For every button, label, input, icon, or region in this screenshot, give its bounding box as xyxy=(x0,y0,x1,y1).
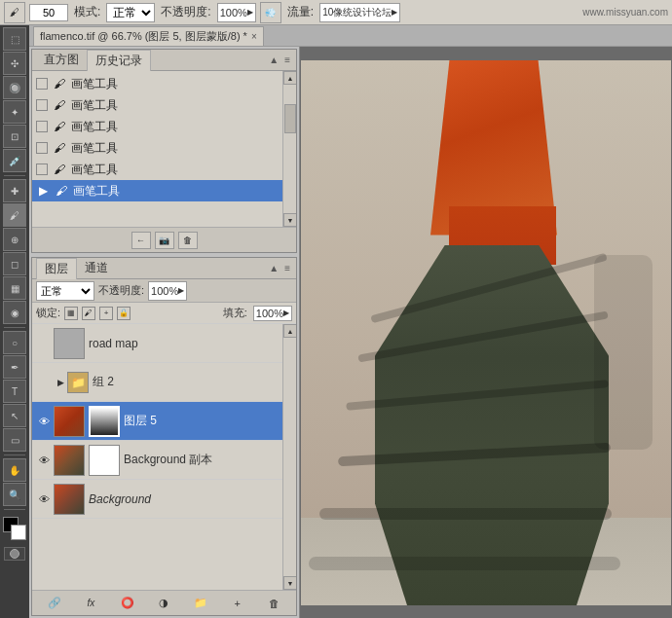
histogram-tab[interactable]: 直方图 xyxy=(36,50,87,70)
layer-expand-arrow[interactable]: ▶ xyxy=(54,376,67,389)
history-item[interactable]: 🖌 画笔工具 xyxy=(32,137,296,159)
layer-background[interactable]: 👁 Background 🔒 xyxy=(32,480,296,519)
history-item-label: 画笔工具 xyxy=(71,76,118,92)
tool-separator-2 xyxy=(4,327,25,328)
layer-link-btn[interactable]: 🔗 xyxy=(45,595,64,612)
layer-visibility-eye[interactable]: 👁 xyxy=(36,453,52,468)
clone-tool[interactable]: ⊕ xyxy=(3,228,26,251)
opacity-arrow[interactable]: ▶ xyxy=(247,8,253,17)
history-tab[interactable]: 历史记录 xyxy=(87,50,151,71)
scroll-up[interactable]: ▲ xyxy=(283,324,296,338)
text-tool[interactable]: T xyxy=(3,380,26,403)
marquee-tool[interactable]: ⬚ xyxy=(3,27,26,51)
move-tool[interactable]: ✣ xyxy=(3,52,26,75)
layer-visibility-eye[interactable]: 👁 xyxy=(36,375,52,390)
fill-value: 100% xyxy=(256,308,283,319)
shape-tool[interactable]: ▭ xyxy=(3,428,26,452)
top-toolbar: 🖌 模式: 正常 不透明度: 100% ▶ 💨 流量: 10像统设计论坛 ▶ w… xyxy=(0,0,672,25)
channels-tab[interactable]: 通道 xyxy=(77,258,116,278)
eraser-tool[interactable]: ◻ xyxy=(3,252,26,275)
left-tools-panel: ⬚ ✣ 🔘 ✦ ⊡ 💉 ✚ 🖌 ⊕ ◻ ▦ ◉ ○ ✒ T ↖ ▭ ✋ 🔍 xyxy=(0,25,29,618)
history-back-btn[interactable]: ← xyxy=(131,232,151,249)
history-item-selected[interactable]: ▶ 🖌 画笔工具 xyxy=(32,180,296,201)
layer-road-map[interactable]: 👁 road map xyxy=(32,324,296,363)
gradient-tool[interactable]: ▦ xyxy=(3,276,26,300)
brush-tool[interactable]: 🖌 xyxy=(3,203,26,227)
mode-select[interactable]: 正常 xyxy=(106,3,155,22)
history-item[interactable]: 🖌 画笔工具 xyxy=(32,94,296,116)
layers-scrollbar[interactable]: ▲ ▼ xyxy=(282,324,296,590)
history-item[interactable]: 🖌 画笔工具 xyxy=(32,116,296,137)
panel-collapse-btn[interactable]: ▲ xyxy=(265,55,282,65)
lock-all-btn[interactable]: 🔒 xyxy=(117,307,131,320)
layer-5[interactable]: 👁 图层 5 xyxy=(32,402,296,441)
layer-delete-btn[interactable]: 🗑 xyxy=(264,595,283,612)
scroll-down[interactable]: ▼ xyxy=(283,213,296,227)
layer-mode-select[interactable]: 正常 xyxy=(36,281,94,301)
heal-tool[interactable]: ✚ xyxy=(3,179,26,202)
history-scrollbar[interactable]: ▲ ▼ xyxy=(282,71,296,227)
skirt-ruffle-5 xyxy=(319,508,612,520)
layers-panel-header: 图层 通道 ▲ ≡ xyxy=(32,258,296,279)
blur-tool[interactable]: ◉ xyxy=(3,301,26,324)
layer-thumbnail xyxy=(54,445,85,476)
skirt-right-detail xyxy=(594,255,653,450)
fill-label: 填充: xyxy=(223,306,247,320)
history-item[interactable]: 🖌 画笔工具 xyxy=(32,159,296,180)
layers-panel: 图层 通道 ▲ ≡ 正常 不透明度: 100% ▶ xyxy=(31,257,297,616)
doc-tab-bar: flamenco.tif @ 66.7% (图层 5, 图层蒙版/8) * × xyxy=(29,25,672,47)
layer-group-2[interactable]: 👁 ▶ 📁 组 2 xyxy=(32,363,296,402)
path-select-tool[interactable]: ↖ xyxy=(3,404,26,427)
doc-tab[interactable]: flamenco.tif @ 66.7% (图层 5, 图层蒙版/8) * × xyxy=(33,26,264,46)
layer-mask-btn[interactable]: ⭕ xyxy=(118,595,137,612)
magic-wand-tool[interactable]: ✦ xyxy=(3,100,26,124)
eyedropper-tool[interactable]: 💉 xyxy=(3,149,26,172)
layer-group-btn[interactable]: 📁 xyxy=(191,595,210,612)
history-item-label: 画笔工具 xyxy=(73,183,120,200)
lock-position-btn[interactable]: + xyxy=(99,307,113,320)
history-item-label: 画笔工具 xyxy=(71,162,118,178)
layers-tab[interactable]: 图层 xyxy=(36,258,77,279)
dodge-tool[interactable]: ○ xyxy=(3,331,26,354)
scroll-up[interactable]: ▲ xyxy=(283,71,296,85)
zoom-tool[interactable]: 🔍 xyxy=(3,483,26,506)
lock-paint-btn[interactable]: 🖌 xyxy=(82,307,95,320)
photo-display xyxy=(301,60,671,605)
layer-new-btn[interactable]: + xyxy=(228,595,247,612)
scroll-thumb[interactable] xyxy=(284,104,296,133)
layers-panel-menu[interactable]: ≡ xyxy=(282,263,292,273)
brush-size-input[interactable] xyxy=(29,4,68,21)
opacity-label: 不透明度: xyxy=(98,283,144,298)
panel-menu-btn[interactable]: ≡ xyxy=(282,55,292,65)
layer-group-icon: 📁 xyxy=(67,372,89,393)
tool-separator-3 xyxy=(4,454,25,455)
hand-tool[interactable]: ✋ xyxy=(3,458,26,482)
layer-visibility-eye[interactable]: 👁 xyxy=(36,336,52,351)
watermark: www.missyuan.com xyxy=(582,7,668,18)
layer-visibility-eye[interactable]: 👁 xyxy=(36,414,52,429)
crop-tool[interactable]: ⊡ xyxy=(3,125,26,148)
quick-mask-btn[interactable] xyxy=(4,547,25,561)
brush-tool-icon[interactable]: 🖌 xyxy=(4,2,25,23)
opacity-label: 不透明度: xyxy=(159,4,212,20)
history-delete-btn[interactable]: 🗑 xyxy=(178,232,198,249)
background-color[interactable] xyxy=(11,525,26,540)
lock-transparent-btn[interactable]: ▦ xyxy=(64,307,78,320)
layer-adjustment-btn[interactable]: ◑ xyxy=(154,595,173,612)
layers-toolbar: 正常 不透明度: 100% ▶ xyxy=(32,279,296,303)
layers-panel-collapse[interactable]: ▲ xyxy=(265,263,282,273)
pen-tool[interactable]: ✒ xyxy=(3,355,26,379)
layer-visibility-eye[interactable]: 👁 xyxy=(36,491,52,507)
history-snapshot-btn[interactable]: 📷 xyxy=(155,232,174,249)
layer-background-copy[interactable]: 👁 Background 副本 xyxy=(32,441,296,480)
layer-mask-thumbnail xyxy=(89,406,120,437)
layer-fx-btn[interactable]: fx xyxy=(81,595,100,612)
scroll-track xyxy=(283,338,296,576)
scroll-down[interactable]: ▼ xyxy=(283,576,296,590)
airbrush-icon[interactable]: 💨 xyxy=(260,2,281,23)
history-panel-footer: ← 📷 🗑 xyxy=(32,227,296,252)
color-boxes[interactable] xyxy=(3,517,26,540)
history-item[interactable]: 🖌 画笔工具 xyxy=(32,73,296,94)
doc-tab-close[interactable]: × xyxy=(251,31,257,42)
lasso-tool[interactable]: 🔘 xyxy=(3,76,26,99)
